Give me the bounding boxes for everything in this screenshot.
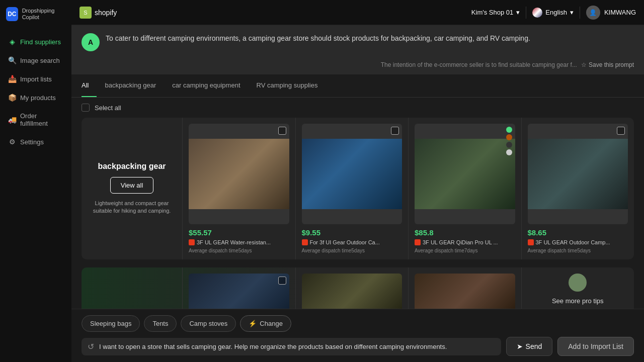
order-fulfillment-icon: 🚚: [8, 116, 16, 124]
product-card-tent3[interactable]: [408, 267, 521, 309]
chip-change[interactable]: ⚡ Change: [240, 315, 291, 332]
chat-meta-text: The intention of the e-commerce seller i…: [381, 61, 577, 68]
sidebar-item-image-search[interactable]: 🔍 Image search: [2, 51, 69, 69]
product-image-placeholder: [189, 139, 289, 209]
language-label: English: [545, 9, 567, 16]
product-checkbox[interactable]: [278, 127, 286, 135]
aliexpress-icon: [528, 239, 534, 245]
add-to-import-list-button[interactable]: Add to Import List: [557, 337, 634, 356]
select-all-label[interactable]: Select all: [95, 104, 121, 112]
find-suppliers-icon: ◈: [8, 38, 16, 46]
sidebar-item-my-products[interactable]: 📦 My products: [2, 88, 69, 107]
product-image-placeholder: [528, 139, 628, 209]
product-dispatch: Average dispatch time5days: [302, 248, 403, 253]
product-image-tent2: [302, 274, 403, 309]
product-checkbox[interactable]: [617, 127, 625, 135]
product-image: [189, 124, 289, 224]
sidebar-item-order-fulfillment[interactable]: 🚚 Order fulfillment: [2, 107, 69, 132]
shop-dropdown-icon: ▾: [516, 9, 520, 16]
username: KIMWANG: [604, 9, 636, 16]
suggestion-chips: Sleeping bags Tents Camp stoves ⚡ Change: [82, 315, 634, 332]
topbar: S shopify Kim's Shop 01 ▾ English ▾ 👤 KI…: [71, 0, 644, 25]
refresh-icon[interactable]: ↺: [88, 342, 94, 351]
product-image-placeholder: [302, 274, 403, 309]
product-image-placeholder: [302, 139, 403, 209]
aliexpress-icon: [189, 239, 195, 245]
app-logo: DC Dropshipping Copilot: [0, 0, 71, 28]
lang-dropdown-icon: ▾: [570, 9, 574, 16]
see-more-avatars: [569, 274, 587, 292]
product-card-tent2[interactable]: [295, 267, 409, 309]
import-lists-icon: 📥: [8, 75, 16, 83]
aliexpress-icon: [415, 239, 421, 245]
category-title: backpacking gear: [98, 162, 166, 171]
shop-selector[interactable]: Kim's Shop 01 ▾: [471, 9, 520, 16]
product-name: 3F UL GEAR Outdoor Camp...: [528, 239, 628, 246]
select-all-checkbox[interactable]: [82, 104, 90, 112]
product-image: [528, 124, 628, 224]
language-selector[interactable]: English ▾: [532, 8, 574, 18]
color-dot-brown: [506, 134, 512, 140]
chat-meta: The intention of the e-commerce seller i…: [71, 59, 644, 74]
product-image-placeholder: [189, 274, 289, 309]
send-button[interactable]: ➤ Send: [506, 337, 553, 356]
main-area: S shopify Kim's Shop 01 ▾ English ▾ 👤 KI…: [71, 0, 644, 362]
product-image: [415, 124, 515, 224]
sidebar-item-settings[interactable]: ⚙ Settings: [2, 133, 69, 151]
my-products-icon: 📦: [8, 94, 16, 102]
sidebar-item-label: Import lists: [20, 75, 52, 83]
shopify-label: shopify: [95, 9, 117, 17]
change-icon: ⚡: [249, 320, 257, 327]
category-section-backpacking: backpacking gear View all Lightweight an…: [82, 118, 634, 259]
select-bar: Select all: [71, 98, 644, 118]
save-prompt-button[interactable]: ☆ Save this prompt: [581, 61, 634, 68]
see-more-text: See more pro tips: [552, 297, 604, 309]
product-checkbox[interactable]: [278, 277, 286, 285]
product-card[interactable]: $85.8 3F UL GEAR QiDian Pro UL ... Avera…: [408, 118, 521, 259]
color-dot-dark: [506, 142, 512, 148]
aliexpress-icon: [302, 239, 308, 245]
tab-backpacking-gear[interactable]: backpacking gear: [97, 74, 164, 97]
product-name: 3F UL GEAR QiDian Pro UL ...: [415, 239, 515, 246]
product-card[interactable]: $8.65 3F UL GEAR Outdoor Camp... Average…: [521, 118, 634, 259]
chip-tents[interactable]: Tents: [144, 315, 177, 332]
input-row: ↺ ➤ Send Add to Import List: [82, 337, 634, 356]
topbar-left: S shopify: [79, 7, 117, 19]
sidebar-item-label: Settings: [20, 138, 44, 146]
app-logo-icon: DC: [6, 7, 18, 21]
chat-input[interactable]: [99, 343, 495, 350]
app-logo-text: Dropshipping Copilot: [22, 8, 65, 21]
chip-camp-stoves[interactable]: Camp stoves: [181, 315, 236, 332]
sidebar-item-label: Image search: [20, 57, 60, 64]
chat-message: To cater to different camping environmen…: [106, 33, 634, 44]
product-card[interactable]: $9.55 For 3f UI Gear Outdoor Ca... Avera…: [295, 118, 409, 259]
category-description: Lightweight and compact gear suitable fo…: [92, 200, 172, 215]
tab-all[interactable]: All: [82, 74, 97, 97]
sidebar-item-find-suppliers[interactable]: ◈ Find suppliers: [2, 33, 69, 51]
save-prompt-label: Save this prompt: [589, 61, 634, 68]
color-dot-green: [506, 127, 512, 133]
sidebar-item-label: My products: [20, 94, 56, 102]
sidebar-item-label: Find suppliers: [20, 38, 61, 46]
product-card-tent1[interactable]: [182, 267, 295, 309]
sidebar: DC Dropshipping Copilot ◈ Find suppliers…: [0, 0, 71, 362]
user-avatar: 👤: [586, 6, 600, 20]
topbar-right: Kim's Shop 01 ▾ English ▾ 👤 KIMWANG: [471, 6, 636, 20]
product-image-tent1: [189, 274, 289, 309]
see-more-tips-card[interactable]: See more pro tips ›: [521, 267, 634, 309]
product-card[interactable]: $55.57 3F UL GEAR Water-resistan... Aver…: [182, 118, 295, 259]
products-row-2: See more pro tips ›: [182, 267, 634, 309]
product-dispatch: Average dispatch time5days: [528, 248, 628, 253]
tab-rv-camping-supplies[interactable]: RV camping supplies: [249, 74, 326, 97]
tab-car-camping-equipment[interactable]: car camping equipment: [164, 74, 248, 97]
user-info[interactable]: 👤 KIMWANG: [586, 6, 636, 20]
sidebar-item-label: Order fulfillment: [20, 112, 63, 127]
sidebar-item-import-lists[interactable]: 📥 Import lists: [2, 70, 69, 88]
product-name: 3F UL GEAR Water-resistan...: [189, 239, 289, 246]
chip-sleeping-bags[interactable]: Sleeping bags: [82, 315, 140, 332]
shopify-logo: S shopify: [79, 7, 117, 19]
product-image: [302, 124, 403, 224]
view-all-button[interactable]: View all: [110, 177, 154, 194]
image-search-icon: 🔍: [8, 56, 16, 64]
product-checkbox[interactable]: [391, 127, 399, 135]
